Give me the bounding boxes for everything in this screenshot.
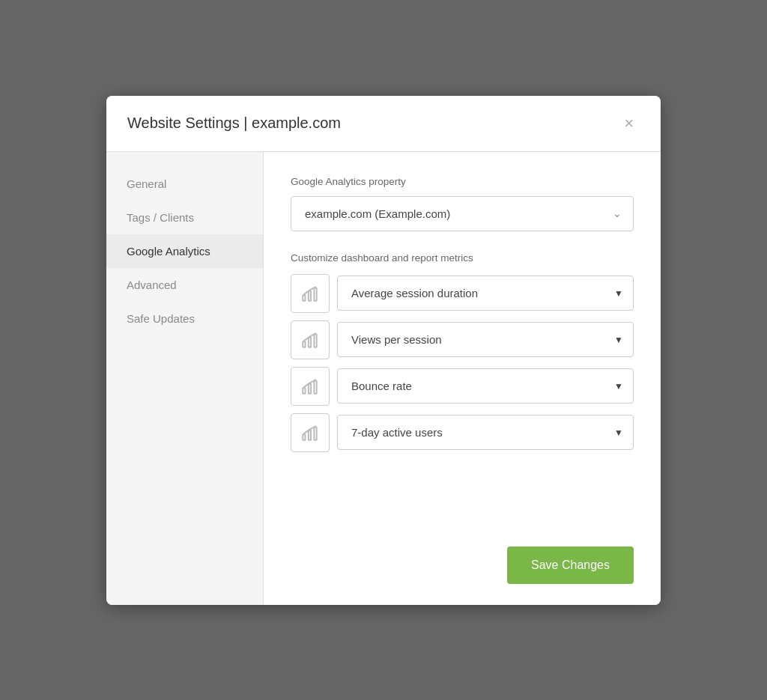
main-content: Google Analytics property example.com (E… — [264, 152, 661, 532]
svg-rect-2 — [314, 287, 316, 300]
metric-select-2[interactable]: Views per session — [337, 322, 634, 357]
metric-row-4: 7-day active users ▼ — [291, 413, 634, 452]
property-section-label: Google Analytics property — [291, 176, 634, 187]
svg-rect-3 — [303, 341, 305, 347]
svg-rect-0 — [303, 295, 305, 301]
svg-rect-1 — [309, 290, 311, 300]
property-select[interactable]: example.com (Example.com) — [291, 196, 634, 231]
property-select-wrapper: example.com (Example.com) ⌄ — [291, 196, 634, 231]
sidebar-item-tags-clients[interactable]: Tags / Clients — [106, 201, 263, 234]
svg-rect-6 — [303, 388, 305, 394]
modal-footer: Save Changes — [264, 532, 661, 605]
sidebar-item-advanced[interactable]: Advanced — [106, 268, 263, 302]
metric-select-4[interactable]: 7-day active users — [337, 415, 634, 450]
sidebar-item-safe-updates[interactable]: Safe Updates — [106, 302, 263, 335]
metric-row-2: Views per session ▼ — [291, 320, 634, 359]
sidebar-item-google-analytics[interactable]: Google Analytics — [106, 234, 263, 268]
metric-icon-box-3 — [291, 367, 330, 406]
chart-icon-3 — [300, 377, 320, 396]
metric-icon-box-1 — [291, 274, 330, 313]
svg-rect-4 — [309, 337, 311, 347]
metric-select-1[interactable]: Average session duration — [337, 276, 634, 311]
svg-rect-9 — [303, 434, 305, 440]
chart-icon-2 — [300, 330, 320, 350]
metric-select-wrapper-4: 7-day active users ▼ — [337, 415, 634, 450]
svg-rect-5 — [314, 334, 316, 347]
metric-select-wrapper-3: Bounce rate ▼ — [337, 368, 634, 404]
metric-icon-box-4 — [291, 413, 330, 452]
metric-select-wrapper-1: Average session duration ▼ — [337, 276, 634, 311]
save-changes-button[interactable]: Save Changes — [507, 547, 634, 584]
modal-title: Website Settings | example.com — [127, 115, 341, 132]
modal-header: Website Settings | example.com × — [106, 96, 661, 152]
metric-select-3[interactable]: Bounce rate — [337, 368, 634, 404]
sidebar-item-general[interactable]: General — [106, 167, 263, 201]
svg-rect-8 — [314, 380, 316, 393]
svg-rect-10 — [309, 430, 311, 439]
close-button[interactable]: × — [618, 112, 640, 135]
svg-rect-11 — [314, 427, 316, 439]
metric-select-wrapper-2: Views per session ▼ — [337, 322, 634, 357]
metric-icon-box-2 — [291, 320, 330, 359]
chart-icon-4 — [300, 423, 320, 442]
chart-icon-1 — [300, 284, 320, 303]
sidebar: General Tags / Clients Google Analytics … — [106, 152, 264, 605]
metric-row-1: Average session duration ▼ — [291, 274, 634, 313]
svg-rect-7 — [309, 383, 311, 393]
metric-row-3: Bounce rate ▼ — [291, 367, 634, 406]
modal-body: General Tags / Clients Google Analytics … — [106, 152, 661, 605]
metrics-section-label: Customize dashboard and report metrics — [291, 252, 634, 264]
settings-modal: Website Settings | example.com × General… — [106, 96, 661, 605]
